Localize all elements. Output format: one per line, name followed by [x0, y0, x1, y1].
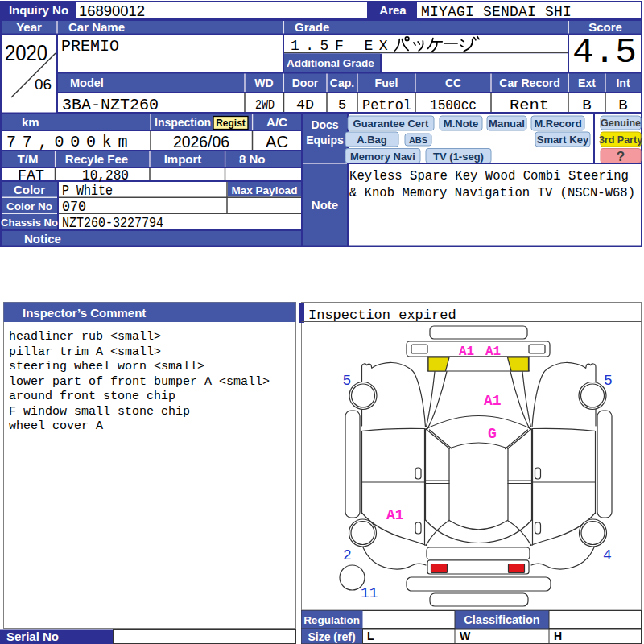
svg-text:Notice: Notice	[24, 232, 61, 246]
svg-text:3BA-NZT260: 3BA-NZT260	[62, 96, 159, 114]
svg-text:5: 5	[343, 373, 352, 389]
svg-text:070: 070	[62, 198, 86, 216]
svg-text:Petrol: Petrol	[362, 97, 411, 114]
svg-text:NZT260-3227794: NZT260-3227794	[62, 214, 163, 232]
svg-text:1500cc: 1500cc	[430, 97, 477, 114]
svg-text:B: B	[582, 97, 591, 114]
svg-text:Color: Color	[14, 183, 45, 196]
svg-text:Regist: Regist	[216, 118, 246, 129]
svg-text:Fuel: Fuel	[375, 76, 398, 89]
svg-text:steering wheel worn <small>: steering wheel worn <small>	[9, 360, 204, 374]
svg-text:M.Record: M.Record	[534, 118, 581, 130]
svg-text:Memory Navi: Memory Navi	[350, 151, 415, 163]
svg-text:Manual: Manual	[489, 118, 525, 130]
svg-text:PREMIO: PREMIO	[61, 37, 119, 56]
svg-text:77,000km: 77,000km	[6, 133, 134, 151]
svg-text:Chassis No: Chassis No	[1, 217, 58, 229]
svg-text:Size (ref): Size (ref)	[308, 630, 355, 643]
svg-text:Recyle Fee: Recyle Fee	[65, 152, 128, 166]
svg-text:Additional Grade: Additional Grade	[287, 57, 374, 69]
svg-text:11: 11	[361, 585, 378, 601]
svg-text:FAT: FAT	[18, 167, 44, 184]
svg-text:4.5: 4.5	[572, 32, 637, 72]
svg-text:5: 5	[338, 97, 346, 113]
svg-text:pillar trim A <small>: pillar trim A <small>	[9, 345, 161, 359]
svg-text:lower part of front bumper A <: lower part of front bumper A <small>	[9, 375, 270, 389]
svg-text:A/C: A/C	[266, 115, 287, 129]
svg-text:Car Record: Car Record	[499, 76, 559, 89]
svg-text:Note: Note	[312, 198, 338, 212]
svg-text:WD: WD	[254, 76, 273, 89]
svg-text:A.Bag: A.Bag	[357, 134, 387, 146]
svg-text:2020: 2020	[5, 40, 47, 65]
svg-text:Model: Model	[70, 76, 104, 89]
svg-text:Guarantee Cert: Guarantee Cert	[353, 118, 430, 130]
svg-text:wheel cover A: wheel cover A	[9, 419, 103, 433]
svg-text:Smart Key: Smart Key	[537, 134, 589, 146]
svg-text:?: ?	[617, 149, 625, 164]
svg-text:Inspection: Inspection	[155, 116, 211, 129]
svg-text:Keyless Spare Key Wood Combi S: Keyless Spare Key Wood Combi Steering	[349, 169, 629, 184]
svg-text:2026/06: 2026/06	[173, 133, 229, 151]
svg-text:km: km	[22, 115, 39, 129]
svg-text:3rd Party: 3rd Party	[599, 134, 642, 146]
svg-text:4D: 4D	[296, 97, 314, 113]
svg-text:Docs: Docs	[311, 118, 338, 131]
svg-text:ABS: ABS	[409, 135, 427, 145]
svg-text:TV (1-seg): TV (1-seg)	[433, 151, 484, 163]
svg-text:W: W	[460, 630, 471, 642]
svg-text:Ext: Ext	[578, 76, 596, 89]
svg-text:CC: CC	[445, 76, 461, 89]
svg-text:Int: Int	[616, 76, 630, 89]
svg-text:A1: A1	[485, 345, 501, 359]
svg-text:4: 4	[603, 547, 612, 564]
svg-text:5: 5	[604, 373, 613, 389]
svg-text:A1: A1	[386, 507, 404, 523]
svg-text:Color No: Color No	[6, 200, 52, 213]
svg-text:1.5F EX: 1.5F EX	[291, 38, 394, 54]
svg-text:Genuine: Genuine	[601, 118, 641, 129]
svg-text:Year: Year	[16, 20, 42, 34]
svg-text:M.Note: M.Note	[444, 118, 478, 130]
svg-text:2WD: 2WD	[255, 97, 275, 113]
svg-text:P White: P White	[62, 182, 113, 200]
svg-text:Regulation: Regulation	[303, 614, 360, 626]
svg-text:MIYAGI SENDAI SHI: MIYAGI SENDAI SHI	[421, 4, 572, 20]
svg-text:Import: Import	[164, 152, 202, 166]
svg-text:Area: Area	[379, 3, 407, 17]
svg-text:Cap.: Cap.	[330, 76, 354, 89]
svg-text:8 No: 8 No	[239, 152, 266, 166]
svg-text:headliner rub <small>: headliner rub <small>	[9, 330, 161, 344]
svg-text:Score: Score	[588, 20, 622, 34]
svg-text:G: G	[488, 426, 497, 442]
svg-text:A1: A1	[484, 393, 502, 409]
svg-text:Inquiry No: Inquiry No	[9, 3, 68, 17]
svg-text:Inspector’s Comment: Inspector’s Comment	[23, 306, 146, 320]
svg-text:L: L	[367, 630, 374, 642]
svg-text:06: 06	[35, 76, 52, 93]
svg-text:16890012: 16890012	[79, 2, 145, 19]
svg-text:H: H	[554, 630, 562, 642]
svg-text:F window small stone chip: F window small stone chip	[9, 405, 190, 419]
svg-text:T/M: T/M	[18, 152, 39, 166]
svg-text:Max Payload: Max Payload	[232, 184, 298, 196]
svg-text:Rent: Rent	[510, 97, 549, 114]
svg-text:Equips: Equips	[306, 134, 344, 147]
svg-text:& Knob Memory Navigation TV (N: & Knob Memory Navigation TV (NSCN-W68)	[349, 186, 635, 200]
svg-text:2: 2	[343, 547, 352, 564]
svg-text:Door: Door	[292, 76, 319, 89]
svg-text:around front stone chip: around front stone chip	[9, 390, 175, 403]
svg-text:Serial No: Serial No	[6, 630, 59, 643]
svg-text:Inspection expired: Inspection expired	[308, 308, 456, 323]
svg-text:A1: A1	[459, 345, 474, 359]
svg-text:Classification: Classification	[464, 613, 539, 626]
svg-text:B: B	[618, 97, 627, 114]
svg-text:Car Name: Car Name	[68, 20, 125, 34]
svg-text:Grade: Grade	[295, 20, 329, 34]
svg-text:AC: AC	[266, 133, 288, 151]
